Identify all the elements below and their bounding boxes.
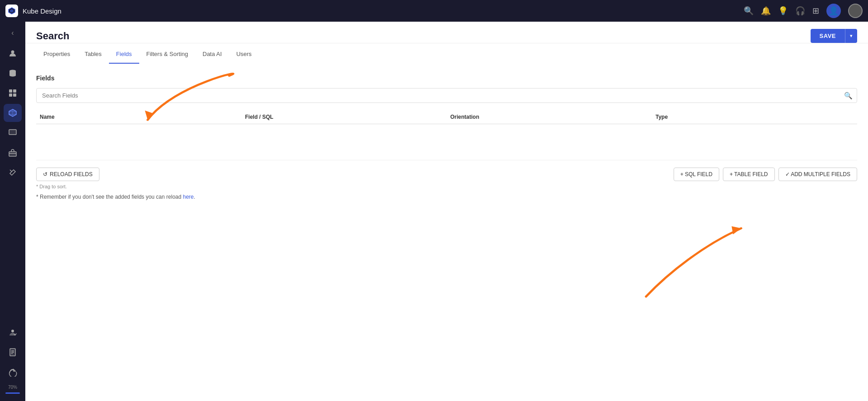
- page-header: Search SAVE ▾: [25, 22, 868, 43]
- sidebar-item-tools[interactable]: [4, 163, 22, 182]
- tab-properties[interactable]: Properties: [36, 45, 77, 64]
- search-bar-wrap: 🔍: [36, 88, 857, 103]
- col-header-orientation: Orientation: [447, 114, 652, 120]
- table-empty-body: [36, 124, 857, 160]
- drag-hint: * Drag to sort.: [36, 184, 857, 189]
- page-title: Search: [36, 30, 69, 42]
- app-logo[interactable]: [5, 5, 18, 17]
- reload-note-text: * Remember if you don't see the added fi…: [36, 194, 183, 200]
- zoom-progress-bar: [5, 392, 20, 394]
- sidebar-item-monitor[interactable]: [4, 124, 22, 142]
- search-fields-input[interactable]: [36, 88, 857, 103]
- svg-rect-9: [9, 152, 16, 156]
- sidebar-item-toolbox[interactable]: [4, 144, 22, 162]
- svg-point-2: [11, 51, 14, 54]
- tabs-row: Properties Tables Fields Filters & Sorti…: [25, 45, 868, 64]
- table-header: Name Field / SQL Orientation Type: [36, 110, 857, 124]
- sidebar-item-refresh[interactable]: [4, 363, 22, 381]
- tab-filters-sorting[interactable]: Filters & Sorting: [139, 45, 195, 64]
- reload-fields-label: RELOAD FIELDS: [50, 171, 93, 177]
- action-row: ↺ RELOAD FIELDS + SQL FIELD + TABLE FIEL…: [36, 168, 857, 181]
- sidebar-bottom: 70%: [4, 323, 22, 397]
- zoom-label: 70%: [8, 385, 17, 390]
- tab-users[interactable]: Users: [229, 45, 259, 64]
- sidebar-item-user-settings[interactable]: [4, 323, 22, 341]
- svg-point-11: [11, 330, 14, 332]
- reload-fields-button[interactable]: ↺ RELOAD FIELDS: [36, 168, 99, 181]
- reload-note: * Remember if you don't see the added fi…: [36, 194, 857, 200]
- col-header-name: Name: [36, 114, 241, 120]
- svg-rect-7: [13, 93, 16, 97]
- col-header-field-sql: Field / SQL: [241, 114, 447, 120]
- search-icon[interactable]: 🔍: [744, 6, 754, 16]
- topbar-right: 🔍 🔔 💡 🎧 ⊞ 👤: [744, 4, 863, 18]
- svg-rect-5: [13, 89, 16, 93]
- svg-rect-8: [9, 130, 16, 135]
- table-field-button[interactable]: + TABLE FIELD: [723, 168, 775, 181]
- reload-here-link[interactable]: here: [183, 194, 194, 200]
- avatar[interactable]: [848, 4, 863, 18]
- sidebar-item-cube[interactable]: [4, 104, 22, 122]
- search-fields-icon: 🔍: [844, 92, 853, 100]
- sidebar-item-grid[interactable]: [4, 84, 22, 102]
- reload-icon: ↺: [43, 171, 47, 177]
- save-caret-button[interactable]: ▾: [845, 29, 857, 43]
- svg-rect-4: [9, 89, 12, 93]
- action-right: + SQL FIELD + TABLE FIELD ✓ ADD MULTIPLE…: [674, 168, 857, 181]
- support-icon[interactable]: 🎧: [795, 6, 805, 16]
- user-nav-icon[interactable]: 👤: [826, 4, 841, 18]
- main-layout: ‹: [0, 22, 868, 401]
- reload-note-end: .: [194, 194, 195, 200]
- collapse-sidebar-button[interactable]: ‹: [8, 25, 17, 41]
- idea-icon[interactable]: 💡: [778, 6, 788, 16]
- bell-icon[interactable]: 🔔: [761, 6, 771, 16]
- tab-fields[interactable]: Fields: [109, 45, 139, 64]
- tab-tables[interactable]: Tables: [77, 45, 109, 64]
- sidebar-item-database[interactable]: [4, 64, 22, 82]
- tab-data-ai[interactable]: Data AI: [195, 45, 229, 64]
- save-button[interactable]: SAVE: [811, 29, 845, 43]
- add-multiple-fields-button[interactable]: ✓ ADD MULTIPLE FIELDS: [778, 168, 857, 181]
- topbar-left: Kube Design: [5, 5, 61, 17]
- svg-rect-6: [9, 93, 12, 97]
- svg-marker-17: [730, 224, 743, 234]
- sidebar-item-user[interactable]: [4, 44, 22, 62]
- fields-section-title: Fields: [36, 75, 857, 82]
- save-btn-group: SAVE ▾: [811, 29, 857, 43]
- sql-field-button[interactable]: + SQL FIELD: [674, 168, 719, 181]
- content-area: Search SAVE ▾ Properties Tables Fields F…: [25, 22, 868, 401]
- action-left: ↺ RELOAD FIELDS: [36, 168, 99, 181]
- sidebar-item-docs[interactable]: [4, 343, 22, 361]
- topbar: Kube Design 🔍 🔔 💡 🎧 ⊞ 👤: [0, 0, 868, 22]
- col-header-type: Type: [652, 114, 857, 120]
- sidebar: ‹: [0, 22, 25, 401]
- app-title: Kube Design: [23, 7, 61, 15]
- page-body: Fields 🔍 Name Field / SQL Orientation Ty…: [25, 64, 868, 401]
- apps-icon[interactable]: ⊞: [812, 6, 819, 16]
